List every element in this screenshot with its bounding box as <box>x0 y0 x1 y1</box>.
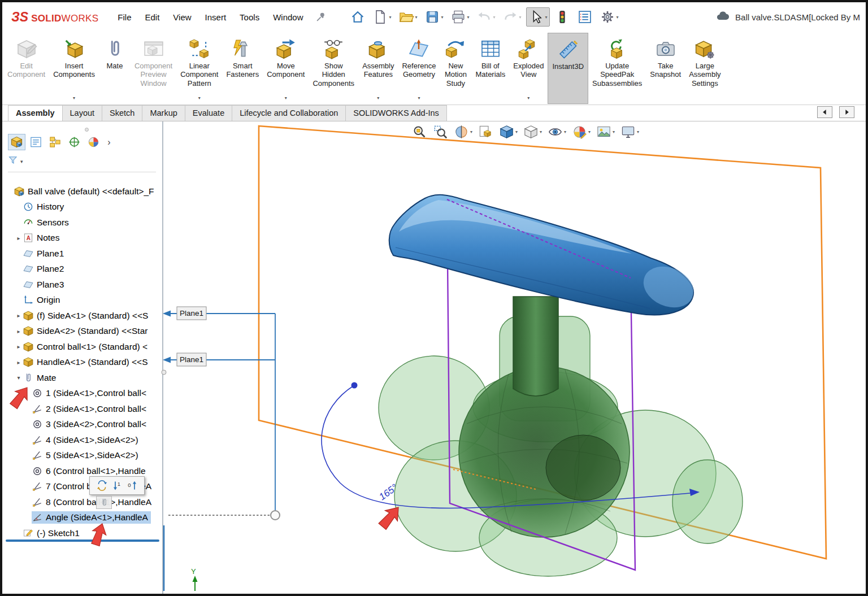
hud-edit-appearance[interactable]: ▾ <box>572 124 591 140</box>
ribbon-take-snapshot[interactable]: TakeSnapshot <box>646 33 685 104</box>
popup-flip-mate-alignment-button[interactable] <box>96 480 108 491</box>
tree-item-5-sidea-1-sidea-2[interactable]: 5 (SideA<1>,SideA<2>) <box>2 448 162 464</box>
expand-arrow[interactable]: ▸ <box>15 312 23 319</box>
tree-item-ball-valve-default-default-f[interactable]: Ball valve (default) <<default>_F <box>2 184 162 199</box>
ribbon-instant3d[interactable]: Instant3D <box>548 33 588 104</box>
ribbon-smart-fasteners[interactable]: SmartFasteners <box>222 33 263 104</box>
ribbon-show-hidden-components[interactable]: ShowHiddenComponents <box>309 33 358 104</box>
hud-view-orientation[interactable]: ▾ <box>499 124 518 140</box>
ribbon-exploded-view[interactable]: ExplodedView▾ <box>509 33 548 104</box>
tab-sketch[interactable]: Sketch <box>102 105 142 121</box>
panel-tab-dimxpertmanager[interactable] <box>66 134 83 150</box>
ribbon-linear-component-pattern[interactable]: LinearComponentPattern▾ <box>176 33 222 104</box>
tree-item-sidea-2-standard-star[interactable]: ▸SideA<2> (Standard) <<Star <box>2 324 162 340</box>
tree-item-handlea-1-standard-s[interactable]: ▸HandleA<1> (Standard) <<S <box>2 355 162 371</box>
tab-lifecycle-and-collaboration[interactable]: Lifecycle and Collaboration <box>232 105 346 121</box>
tree-item-content: 3 (SideA<2>,Control ball< <box>32 418 149 430</box>
ribbon-button-label: SmartFasteners <box>226 62 259 79</box>
qa-options-button[interactable]: ▾ <box>597 7 621 27</box>
tree-item-label: 4 (SideA<1>,SideA<2>) <box>46 435 138 445</box>
ribbon-assembly-features[interactable]: AssemblyFeatures▾ <box>358 33 398 104</box>
ribbon-move-component[interactable]: MoveComponent▾ <box>263 33 309 104</box>
qa-print-button[interactable]: ▾ <box>448 7 472 27</box>
open-icon <box>398 9 414 25</box>
tree-item-sketch1[interactable]: (-) Sketch1 <box>2 525 162 541</box>
pin-icon[interactable] <box>315 11 327 23</box>
tree-item-plane1[interactable]: Plane1 <box>2 246 162 262</box>
hud-view-settings[interactable]: ▾ <box>620 124 639 140</box>
rollback-bar[interactable] <box>6 540 159 542</box>
panel-tab-configurationmanager[interactable] <box>46 134 64 150</box>
menu-file[interactable]: File <box>118 12 131 22</box>
expand-arrow[interactable]: ▸ <box>15 343 23 350</box>
hud-display-style[interactable]: ▾ <box>523 124 542 140</box>
tree-item-control-ball-1-standard[interactable]: ▸Control ball<1> (Standard) < <box>2 339 162 355</box>
popup-isolate-button[interactable]: 1 <box>111 480 123 491</box>
menu-insert[interactable]: Insert <box>205 12 227 22</box>
tree-filter[interactable]: ▾ <box>8 155 156 172</box>
tab-assembly[interactable]: Assembly <box>8 105 63 121</box>
menu-edit[interactable]: Edit <box>145 12 159 22</box>
hud-hide-show-items[interactable]: ▾ <box>548 124 566 140</box>
expand-arrow[interactable]: ▸ <box>15 328 23 334</box>
hud-section-view[interactable]: ▾ <box>454 124 472 140</box>
tree-item-3-sidea-2-control-ball[interactable]: 3 (SideA<2>,Control ball< <box>2 417 162 433</box>
tree-item-1-sidea-1-control-ball[interactable]: 1 (SideA<1>,Control ball< <box>2 386 162 402</box>
tree-item-angle-sidea-1-handlea[interactable]: Angle (SideA<1>,HandleA <box>2 510 162 526</box>
ribbon-mate[interactable]: Mate <box>99 33 131 104</box>
tree-item-sensors[interactable]: Sensors <box>2 215 162 230</box>
tree-item-origin[interactable]: Origin <box>2 293 162 308</box>
dropdown-caret: ▾ <box>470 129 472 134</box>
hud-apply-scene[interactable]: ▾ <box>596 124 615 140</box>
tree-item-2-sidea-1-control-ball[interactable]: 2 (SideA<1>,Control ball< <box>2 401 162 417</box>
tree-item-plane2[interactable]: Plane2 <box>2 262 162 277</box>
tab-markup[interactable]: Markup <box>142 105 185 121</box>
panel-tab-displaymanager[interactable] <box>85 134 102 150</box>
panel-tabs-overflow[interactable]: › <box>104 134 114 150</box>
menu-tools[interactable]: Tools <box>240 12 259 22</box>
hud-zoom-to-area[interactable] <box>433 124 448 140</box>
expand-arrow[interactable]: ▸ <box>15 235 23 241</box>
ribbon-bill-of-materials[interactable]: Bill ofMaterials <box>471 33 509 104</box>
tab-layout[interactable]: Layout <box>62 105 103 121</box>
panel-tab-featuremanager[interactable] <box>8 134 25 150</box>
ribbon-new-motion-study[interactable]: NewMotionStudy <box>440 33 471 104</box>
ribbon-update-speedpak-subassemblies[interactable]: UpdateSpeedPakSubassemblies <box>588 33 646 104</box>
qa-open-button[interactable]: ▾ <box>396 7 420 27</box>
hud-zoom-to-fit[interactable] <box>412 124 427 140</box>
tree-item-f-sidea-1-standard-s[interactable]: ▸(f) SideA<1> (Standard) <<S <box>2 308 162 324</box>
tree-item-4-sidea-1-sidea-2[interactable]: 4 (SideA<1>,SideA<2>) <box>2 432 162 448</box>
tab-solidworks-add-ins[interactable]: SOLIDWORKS Add-Ins <box>345 105 447 121</box>
qa-traffic-light-button[interactable] <box>552 7 572 27</box>
tree-item-content: 5 (SideA<1>,SideA<2>) <box>32 449 141 462</box>
tree-item-plane3[interactable]: Plane3 <box>2 277 162 293</box>
panel-collapse-handle[interactable] <box>85 128 89 132</box>
menu-view[interactable]: View <box>173 12 191 22</box>
tree-item-8-control-ball-1-handlea[interactable]: 8 (Control ball<1>,HandleA <box>2 494 162 510</box>
qa-new-document-button[interactable]: ▾ <box>370 7 394 27</box>
tree-item-label: (-) Sketch1 <box>37 528 80 538</box>
ribbon-reference-geometry[interactable]: ReferenceGeometry▾ <box>398 33 440 104</box>
hud-3d-drawing-view[interactable] <box>478 124 493 140</box>
pane-previous-button[interactable] <box>817 106 832 118</box>
qa-home-button[interactable] <box>348 7 368 27</box>
qa-save-button[interactable]: ▾ <box>422 7 446 27</box>
tree-item-mate[interactable]: ▾Mate <box>2 370 162 386</box>
tree-item-history[interactable]: History <box>2 199 162 215</box>
qa-options-list-button[interactable] <box>575 7 595 27</box>
expand-arrow[interactable]: ▸ <box>15 359 23 366</box>
tab-evaluate[interactable]: Evaluate <box>185 105 232 121</box>
pane-next-button[interactable] <box>839 106 854 118</box>
menu-window[interactable]: Window <box>273 12 303 22</box>
qa-select-button[interactable]: ▾ <box>526 7 550 27</box>
popup-suppress-button[interactable]: 0 <box>127 480 138 491</box>
graphics-viewport[interactable]: ▾▾▾▾▾▾▾ <box>163 121 866 594</box>
expand-arrow[interactable]: ▾ <box>15 375 23 381</box>
dropdown-caret: ▾ <box>198 95 201 101</box>
panel-tab-propertymanager[interactable] <box>27 134 45 150</box>
ribbon-large-assembly-settings[interactable]: LargeAssemblySettings <box>685 33 724 104</box>
ribbon-insert-components[interactable]: InsertComponents▾ <box>49 33 99 104</box>
tree-item-notes[interactable]: ▸ANotes <box>2 230 162 246</box>
ribbon-button-label: EditComponent <box>7 62 45 79</box>
tree-item-content: SideA<2> (Standard) <<Star <box>23 325 150 337</box>
